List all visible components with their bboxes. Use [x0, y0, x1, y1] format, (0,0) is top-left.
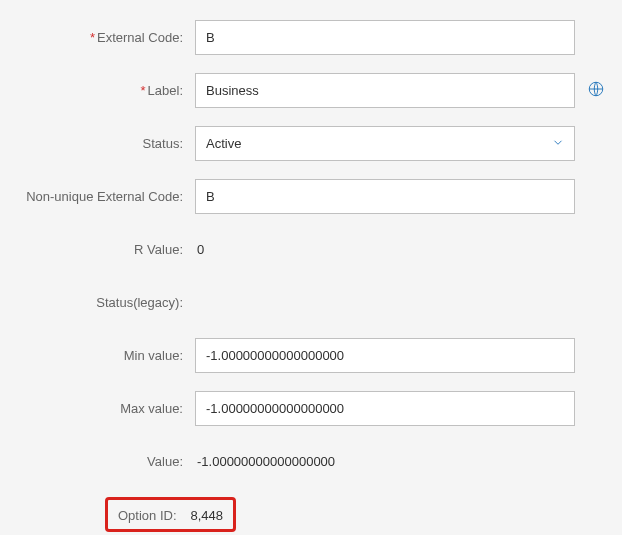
external-code-input[interactable]	[195, 20, 575, 55]
non-unique-external-code-input[interactable]	[195, 179, 575, 214]
max-value-input[interactable]	[195, 391, 575, 426]
row-label: *Label:	[15, 73, 607, 108]
value-text: -1.00000000000000000	[195, 454, 335, 469]
row-status: Status: Active	[15, 126, 607, 161]
row-status-legacy: Status(legacy):	[15, 285, 607, 320]
label-input[interactable]	[195, 73, 575, 108]
required-marker: *	[90, 30, 95, 45]
label-non-unique-external-code: Non-unique External Code:	[15, 189, 195, 204]
min-value-input[interactable]	[195, 338, 575, 373]
row-min-value: Min value:	[15, 338, 607, 373]
row-value: Value: -1.00000000000000000	[15, 444, 607, 479]
row-non-unique-external-code: Non-unique External Code:	[15, 179, 607, 214]
status-select[interactable]: Active	[195, 126, 575, 161]
row-r-value: R Value: 0	[15, 232, 607, 267]
label-option-id: Option ID:	[118, 508, 177, 523]
label-value: Value:	[15, 454, 195, 469]
label-external-code: *External Code:	[15, 30, 195, 45]
label-status: Status:	[15, 136, 195, 151]
status-select-value: Active	[206, 136, 241, 151]
label-r-value: R Value:	[15, 242, 195, 257]
option-id-text: 8,448	[189, 508, 224, 523]
label-min-value: Min value:	[15, 348, 195, 363]
label-status-legacy: Status(legacy):	[15, 295, 195, 310]
row-option-id: Option ID: 8,448	[15, 497, 607, 532]
r-value-text: 0	[195, 242, 204, 257]
option-id-highlight: Option ID: 8,448	[105, 497, 236, 532]
required-marker: *	[141, 83, 146, 98]
row-external-code: *External Code:	[15, 20, 607, 55]
label-label: *Label:	[15, 83, 195, 98]
row-max-value: Max value:	[15, 391, 607, 426]
globe-icon[interactable]	[587, 80, 605, 101]
label-max-value: Max value:	[15, 401, 195, 416]
